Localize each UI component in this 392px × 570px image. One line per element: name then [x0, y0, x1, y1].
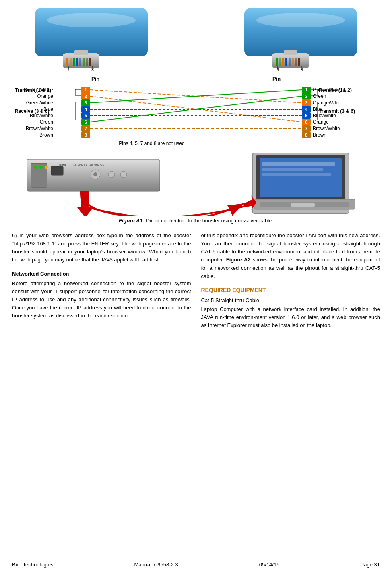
svg-rect-6 — [70, 58, 72, 66]
footer-page: Page 31 — [361, 562, 380, 568]
svg-point-121 — [93, 172, 97, 176]
footer-manual: Manual 7-9558-2.3 — [134, 562, 178, 568]
svg-rect-131 — [262, 168, 323, 171]
full-diagram-svg: 1 8 1 8 — [15, 6, 377, 216]
svg-text:Green: Green — [313, 93, 326, 99]
svg-rect-29 — [298, 58, 300, 66]
svg-rect-11 — [86, 58, 88, 66]
svg-text:4: 4 — [85, 107, 87, 112]
svg-rect-21 — [284, 50, 297, 55]
svg-text:1B MHz OUT: 1B MHz OUT — [89, 163, 106, 166]
svg-point-123 — [120, 171, 127, 178]
svg-text:3: 3 — [305, 100, 307, 105]
svg-text:1: 1 — [68, 67, 70, 72]
svg-text:4: 4 — [305, 107, 308, 112]
svg-text:7: 7 — [85, 126, 87, 131]
svg-text:Blue: Blue — [43, 106, 53, 112]
svg-rect-7 — [73, 58, 75, 66]
svg-text:1: 1 — [305, 87, 307, 92]
svg-rect-10 — [83, 58, 85, 66]
text-section: 6) In your web browsers address box type… — [0, 230, 392, 346]
svg-rect-26 — [289, 58, 291, 66]
svg-point-1 — [47, 13, 136, 27]
svg-rect-27 — [292, 58, 294, 66]
svg-rect-132 — [262, 173, 331, 176]
required-equipment-title: REQUIRED EQUIPMENT — [201, 286, 380, 295]
svg-text:8: 8 — [91, 67, 94, 72]
figure-a1-caption: Figure A1: Direct connection to the boos… — [12, 218, 380, 224]
svg-text:Brown/White: Brown/White — [313, 126, 340, 131]
left-para1: 6) In your web browsers address box type… — [12, 232, 191, 264]
networked-connection-title: Networked Connection — [12, 270, 191, 278]
svg-text:2: 2 — [85, 94, 87, 99]
svg-rect-8 — [76, 58, 78, 66]
svg-text:1B MHz IN: 1B MHz IN — [73, 163, 87, 166]
svg-text:5: 5 — [305, 113, 307, 118]
svg-text:Green: Green — [40, 119, 53, 125]
svg-text:3: 3 — [85, 100, 87, 105]
svg-text:Brown: Brown — [313, 132, 326, 138]
svg-text:1: 1 — [85, 87, 87, 92]
svg-text:Pin: Pin — [91, 76, 99, 82]
svg-text:8: 8 — [85, 133, 87, 137]
svg-rect-25 — [285, 58, 287, 66]
figure-a2-ref: Figure A2 — [226, 257, 251, 263]
svg-rect-24 — [282, 58, 284, 66]
svg-rect-9 — [79, 58, 81, 66]
svg-rect-115 — [31, 163, 47, 187]
left-para2: Before attempting a networked connection… — [12, 280, 191, 320]
page-footer: Bird Technologies Manual 7-9558-2.3 05/1… — [0, 559, 392, 570]
right-column: of this appendix and reconfigure the boo… — [201, 232, 380, 330]
svg-text:8: 8 — [305, 133, 307, 137]
svg-rect-4 — [74, 50, 88, 55]
svg-text:Blue: Blue — [313, 106, 322, 112]
svg-text:8: 8 — [301, 67, 303, 72]
svg-text:Orange/White: Orange/White — [313, 100, 342, 106]
svg-text:Orange: Orange — [313, 119, 329, 125]
footer-date: 05/14/15 — [259, 562, 280, 568]
svg-rect-23 — [279, 58, 281, 66]
svg-text:Enet: Enet — [59, 163, 66, 166]
svg-text:Pin: Pin — [272, 76, 281, 82]
svg-rect-28 — [295, 58, 297, 66]
svg-point-18 — [256, 13, 345, 27]
top-section: 1 8 1 8 — [0, 0, 392, 224]
svg-text:Blue/White: Blue/White — [313, 113, 336, 118]
svg-rect-130 — [262, 162, 335, 166]
svg-text:Green/White: Green/White — [26, 100, 54, 106]
cable-illustration: 1 8 1 8 — [12, 6, 380, 216]
svg-point-122 — [108, 171, 115, 178]
svg-text:6: 6 — [85, 120, 87, 124]
svg-text:6: 6 — [305, 120, 307, 124]
figure-a1-label: Figure A1: — [119, 218, 144, 224]
figure-a1-text: Direct connection to the booster using c… — [144, 218, 273, 224]
svg-text:Brown/White: Brown/White — [26, 126, 53, 131]
svg-text:7: 7 — [305, 126, 307, 131]
req-item-1: Cat-5 Straight-thru Cable — [201, 296, 380, 305]
req-item-2: Laptop Computer with a network interface… — [201, 305, 380, 330]
svg-text:2: 2 — [305, 94, 307, 99]
svg-rect-12 — [89, 58, 91, 66]
svg-text:Orange: Orange — [37, 93, 53, 99]
svg-text:Blue/White: Blue/White — [30, 113, 53, 118]
svg-point-116 — [34, 166, 37, 169]
svg-rect-119 — [51, 166, 63, 175]
svg-text:5: 5 — [85, 113, 87, 118]
svg-text:Green/White: Green/White — [313, 87, 340, 93]
svg-rect-5 — [66, 58, 68, 66]
right-para1: of this appendix and reconfigure the boo… — [201, 232, 380, 280]
left-column: 6) In your web browsers address box type… — [12, 232, 191, 330]
svg-rect-22 — [276, 58, 278, 66]
svg-text:Orange/White: Orange/White — [23, 87, 53, 93]
svg-text:Pins 4, 5, 7 and 8 are not use: Pins 4, 5, 7 and 8 are not used — [119, 141, 184, 146]
footer-company: Bird Technologies — [12, 562, 53, 568]
svg-point-117 — [39, 166, 43, 169]
svg-point-118 — [45, 166, 48, 169]
svg-text:Brown: Brown — [39, 132, 53, 138]
svg-text:1: 1 — [277, 67, 279, 72]
svg-rect-135 — [291, 203, 315, 207]
